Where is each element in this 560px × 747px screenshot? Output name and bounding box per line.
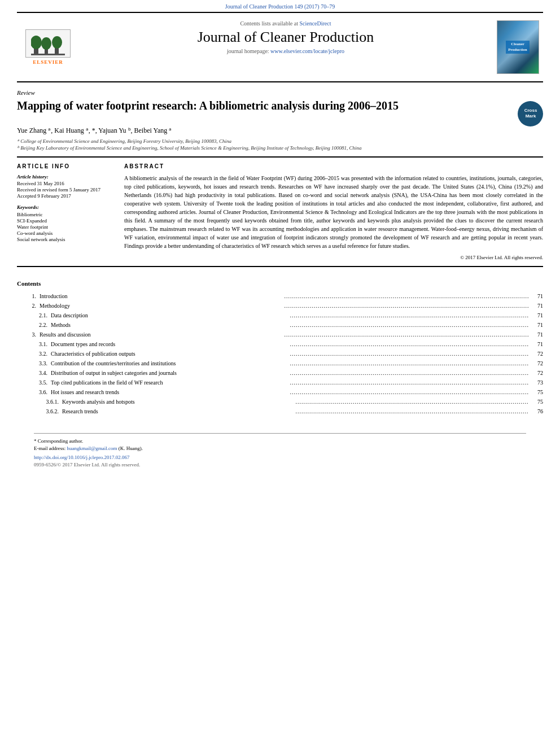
sciencedirect-link[interactable]: ScienceDirect: [299, 20, 331, 27]
toc-label: Document types and records: [51, 339, 290, 349]
toc-dots: ........................................…: [290, 387, 530, 397]
table-row: 3.5. Top cited publications in the field…: [17, 378, 543, 387]
toc-label: Keywords analysis and hotspots: [62, 397, 296, 407]
toc-page: 71: [529, 301, 543, 311]
divider-after-abstract: [17, 266, 543, 267]
toc-num: 3.2.: [28, 349, 51, 359]
abstract-text: A bibliometric analysis of the research …: [124, 174, 543, 250]
toc-num: 2.2.: [28, 320, 51, 330]
citation-text: Journal of Cleaner Production 149 (2017)…: [225, 3, 335, 10]
journal-cover: Cleaner Production: [492, 18, 543, 77]
toc-num: 3.: [17, 330, 40, 339]
table-row: 2.1. Data description ..................…: [17, 311, 543, 320]
toc-dots: ........................................…: [290, 368, 530, 378]
keyword-3: Water footprint: [17, 224, 113, 230]
journal-url-link[interactable]: www.elsevier.com/locate/jclepro: [270, 48, 344, 54]
toc-dots: ........................................…: [290, 339, 530, 349]
journal-homepage-line: journal homepage: www.elsevier.com/locat…: [85, 48, 487, 54]
toc-dots: ........................................…: [290, 311, 530, 320]
issn-line: 0959-6526/© 2017 Elsevier Ltd. All right…: [34, 462, 526, 468]
received-entry: Received 31 May 2016: [17, 181, 113, 186]
doi-link[interactable]: http://dx.doi.org/10.1016/j.jclepro.2017…: [34, 455, 130, 460]
title-row: Mapping of water footprint research: A b…: [17, 98, 543, 126]
toc-dots: ........................................…: [285, 330, 530, 339]
abstract-header: ABSTRACT: [124, 163, 543, 169]
accepted-entry: Accepted 9 February 2017: [17, 193, 113, 199]
toc-page: 76: [529, 407, 543, 416]
toc-num: 3.4.: [28, 368, 51, 378]
received-revised-entry: Received in revised form 5 January 2017: [17, 187, 113, 193]
footer-area: * Corresponding author. E-mail address: …: [34, 433, 526, 468]
table-row: 3. Results and discussion ..............…: [17, 330, 543, 339]
contents-section: Contents 1. Introduction ...............…: [17, 277, 543, 416]
table-row: 2.2. Methods ...........................…: [17, 320, 543, 330]
title-block: Mapping of water footprint research: A b…: [17, 98, 512, 117]
keyword-2: SCI-Expanded: [17, 218, 113, 224]
toc-dots: ........................................…: [290, 378, 530, 387]
toc-label: Hot issues and research trends: [51, 387, 290, 397]
journal-title-block: Contents lists available at ScienceDirec…: [79, 18, 492, 77]
keywords-label: Keywords:: [17, 204, 113, 210]
authors-line: Yue Zhang ᵃ, Kai Huang ᵃ, *, Yajuan Yu ᵇ…: [17, 126, 543, 135]
journal-title: Journal of Cleaner Production: [85, 29, 487, 46]
toc-page: 71: [529, 291, 543, 301]
toc-label: Data description: [51, 311, 290, 320]
elsevier-tree-icon: [25, 29, 71, 58]
elsevier-brand-text: ELSEVIER: [25, 59, 71, 65]
toc-page: 73: [529, 378, 543, 387]
doi-line: http://dx.doi.org/10.1016/j.jclepro.2017…: [34, 455, 526, 460]
affiliation-b: ᵇ Beijing Key Laboratory of Environmenta…: [17, 145, 543, 151]
table-row: 2. Methodology .........................…: [17, 301, 543, 311]
toc-label: Introduction: [40, 291, 285, 301]
elsevier-logo-block: ELSEVIER: [17, 18, 79, 77]
article-info-header: ARTICLE INFO: [17, 163, 113, 169]
top-citation: Journal of Cleaner Production 149 (2017)…: [0, 0, 560, 12]
crossmark-badge: Cross Mark: [518, 101, 543, 126]
toc-dots: ........................................…: [296, 397, 530, 407]
toc-page: 71: [529, 339, 543, 349]
article-info-abstract: ARTICLE INFO Article history: Received 3…: [17, 163, 543, 260]
keywords-section: Keywords: Bibliometric SCI-Expanded Wate…: [17, 204, 113, 242]
toc-dots: ........................................…: [290, 359, 530, 368]
toc-label: Methods: [51, 320, 290, 330]
table-row: 3.3. Contribution of the countries/terri…: [17, 359, 543, 368]
keyword-1: Bibliometric: [17, 212, 113, 217]
production-text: Production: [508, 47, 527, 53]
footer-email-line: E-mail address: huangkmail@gmail.com (K.…: [34, 445, 526, 451]
toc-dots: ........................................…: [296, 407, 530, 416]
svg-rect-6: [31, 54, 65, 55]
copyright-line: © 2017 Elsevier Ltd. All rights reserved…: [124, 255, 543, 260]
table-row: 3.4. Distribution of output in subject c…: [17, 368, 543, 378]
contents-title: Contents: [17, 280, 543, 287]
svg-point-1: [31, 36, 42, 49]
toc-label: Methodology: [40, 301, 285, 311]
toc-num: 2.: [17, 301, 40, 311]
toc-label: Contribution of the countries/territorie…: [51, 359, 290, 368]
table-row: 3.6. Hot issues and research trends ....…: [17, 387, 543, 397]
svg-point-3: [41, 37, 51, 50]
toc-num: 3.3.: [28, 359, 51, 368]
email-label: E-mail address:: [34, 445, 65, 451]
article-info-col: ARTICLE INFO Article history: Received 3…: [17, 163, 113, 260]
toc-num: 2.1.: [28, 311, 51, 320]
section-label: Review: [17, 89, 543, 96]
email-name: (K. Huang).: [119, 445, 143, 451]
homepage-text: journal homepage:: [227, 48, 269, 54]
toc-num: 1.: [17, 291, 40, 301]
table-row: 3.1. Document types and records ........…: [17, 339, 543, 349]
toc-label: Characteristics of publication outputs: [51, 349, 290, 359]
toc-num: 3.6.1.: [40, 397, 62, 407]
toc-page: 75: [529, 387, 543, 397]
toc-label: Results and discussion: [40, 330, 285, 339]
toc-label: Top cited publications in the field of W…: [51, 378, 290, 387]
toc-num: 3.5.: [28, 378, 51, 387]
affiliation-a: ᵃ College of Environmental Science and E…: [17, 138, 543, 144]
keyword-5: Social network analysis: [17, 237, 113, 242]
keyword-4: Co-word analysis: [17, 230, 113, 236]
toc-page: 71: [529, 311, 543, 320]
email-link[interactable]: huangkmail@gmail.com: [67, 445, 117, 451]
divider-thick: [17, 156, 543, 158]
table-row: 3.2. Characteristics of publication outp…: [17, 349, 543, 359]
sciencedirect-prefix: Contents lists available at: [240, 20, 298, 27]
svg-text:Cross: Cross: [524, 108, 537, 113]
